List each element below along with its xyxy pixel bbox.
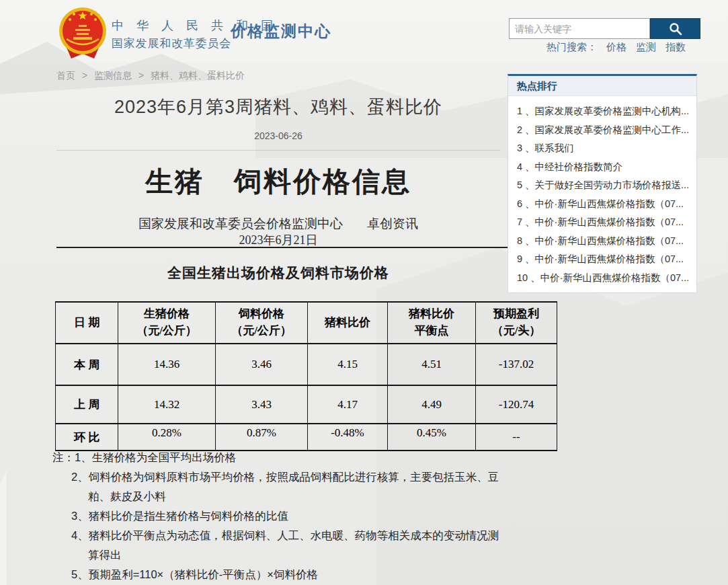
magnifier-icon	[668, 22, 683, 36]
cell-feed-price: 0.87%	[216, 424, 308, 451]
price-table: 日 期 生猪价格 （元/公斤） 饲料价格 （元/公斤） 猪料比价 猪料比价 平衡…	[55, 301, 557, 451]
search-input[interactable]	[509, 18, 650, 39]
table-header-pig-price: 生猪价格 （元/公斤）	[118, 302, 216, 344]
table-header-date: 日 期	[56, 302, 118, 344]
byline-org: 国家发展和改革委员会价格监测中心	[138, 217, 343, 231]
hot-ranking-item-6[interactable]: 6 、中价·新华山西焦煤价格指数（07...	[517, 195, 688, 214]
table-header-breakeven: 猪料比价 平衡点	[388, 302, 476, 344]
document-byline: 国家发展和改革委员会价格监测中心卓创资讯	[56, 215, 500, 233]
note-2: 2、饲料价格为饲料原料市场平均价格，按照成品饲料配比进行核算，主要包括玉米、豆粕…	[71, 467, 507, 506]
table-row-wow-change: 环 比 0.28% 0.87% -0.48% 0.45% --	[56, 424, 557, 451]
national-emblem-icon	[58, 5, 108, 61]
note-3: 3、猪料比价是指生猪价格与饲料价格的比值	[71, 506, 507, 526]
table-header-ratio: 猪料比价	[308, 302, 388, 344]
cell-feed-price: 3.43	[216, 385, 308, 424]
cell-profit: --	[476, 424, 557, 451]
title-divider	[56, 150, 500, 151]
table-header-profit: 预期盈利 （元/头）	[476, 302, 557, 344]
breadcrumb: 首页 > 监测信息 > 猪料、鸡料、蛋料比价	[56, 70, 245, 82]
page-title: 2023年6月第3周猪料、鸡料、蛋料比价	[56, 95, 500, 119]
breadcrumb-home[interactable]: 首页	[56, 70, 75, 81]
hot-ranking-item-3[interactable]: 3 、联系我们	[517, 139, 688, 158]
cell-breakeven: 4.49	[388, 385, 476, 424]
table-header-row: 日 期 生猪价格 （元/公斤） 饲料价格 （元/公斤） 猪料比价 猪料比价 平衡…	[56, 302, 557, 344]
hot-ranking-item-4[interactable]: 4 、中经社价格指数简介	[517, 158, 688, 177]
cell-ratio: 4.15	[308, 344, 388, 385]
row-label: 上 周	[56, 385, 118, 424]
hot-ranking-item-9[interactable]: 9 、中价·新华山西焦煤价格指数（07...	[517, 250, 688, 269]
publish-date: 2023-06-26	[56, 130, 500, 141]
row-label: 环 比	[56, 424, 118, 451]
cell-profit: -137.02	[476, 344, 557, 385]
hot-ranking-title: 热点排行	[508, 76, 696, 96]
hot-search-term-index[interactable]: 指数	[665, 41, 686, 52]
note-5: 5、预期盈利=110×（猪料比价-平衡点）×饲料价格	[71, 565, 507, 584]
cell-pig-price: 0.28%	[118, 424, 216, 451]
hot-search-term-monitor[interactable]: 监测	[636, 41, 656, 52]
table-row-last-week: 上 周 14.32 3.43 4.17 4.49 -120.74	[56, 385, 557, 424]
document-title: 生猪 饲料价格信息	[56, 163, 500, 200]
cell-feed-price: 3.46	[216, 344, 308, 385]
hot-ranking-item-8[interactable]: 8 、中价·新华山西焦煤价格指数（07...	[517, 232, 688, 251]
cell-breakeven: 0.45%	[388, 424, 476, 451]
cell-profit: -120.74	[476, 385, 557, 424]
breadcrumb-current: 猪料、鸡料、蛋料比价	[151, 70, 245, 81]
hot-ranking-item-5[interactable]: 5 、关于做好全国劳动力市场价格报送...	[517, 176, 688, 195]
document-rule	[56, 247, 557, 248]
byline-source: 卓创资讯	[367, 217, 418, 231]
hot-ranking-item-2[interactable]: 2 、国家发展改革委价格监测中心工作...	[517, 121, 688, 140]
site-name: 价格监测中心	[231, 21, 331, 42]
cell-ratio: 4.17	[308, 385, 388, 424]
note-1: 注：1、生猪价格为全国平均出场价格	[52, 448, 507, 467]
cell-pig-price: 14.36	[118, 344, 216, 385]
breadcrumb-monitor-info[interactable]: 监测信息	[94, 70, 132, 81]
notes-section: 注：1、生猪价格为全国平均出场价格 2、饲料价格为饲料原料市场平均价格，按照成品…	[52, 448, 507, 584]
breadcrumb-separator: >	[82, 70, 87, 81]
hot-ranking-item-7[interactable]: 7 、中价·新华山西焦煤价格指数（07...	[517, 213, 688, 232]
section-title: 全国生猪出场价格及饲料市场价格	[56, 264, 500, 282]
hot-ranking-panel: 热点排行 1 、国家发展改革委价格监测中心机构... 2 、国家发展改革委价格监…	[508, 74, 697, 293]
cell-breakeven: 4.51	[388, 344, 476, 385]
hot-ranking-item-1[interactable]: 1 、国家发展改革委价格监测中心机构...	[517, 102, 688, 121]
page: 中 华 人 民 共 和 国 国家发展和改革委员会 价格监测中心 热门搜索：价格监…	[0, 0, 728, 585]
cell-pig-price: 14.32	[118, 385, 216, 424]
hot-ranking-list: 1 、国家发展改革委价格监测中心机构... 2 、国家发展改革委价格监测中心工作…	[508, 96, 696, 292]
hot-search-label: 热门搜索：	[547, 41, 597, 52]
hot-ranking-item-10[interactable]: 10 、中价·新华山西焦煤价格指数（07...	[517, 269, 688, 288]
hot-search: 热门搜索：价格监测指数	[547, 41, 686, 54]
search-button[interactable]	[650, 18, 700, 39]
search-box	[509, 18, 700, 39]
document-date: 2023年6月21日	[56, 232, 500, 248]
note-4: 4、猪料比价平衡点为动态值，根据饲料、人工、水电暖、药物等相关成本的变动情况测算…	[71, 526, 507, 565]
table-header-feed-price: 饲料价格 （元/公斤）	[216, 302, 308, 344]
breadcrumb-separator: >	[138, 70, 144, 81]
hot-search-term-price[interactable]: 价格	[606, 41, 626, 52]
table-row-this-week: 本 周 14.36 3.46 4.15 4.51 -137.02	[56, 344, 557, 385]
cell-ratio: -0.48%	[308, 424, 388, 451]
row-label: 本 周	[56, 344, 118, 385]
